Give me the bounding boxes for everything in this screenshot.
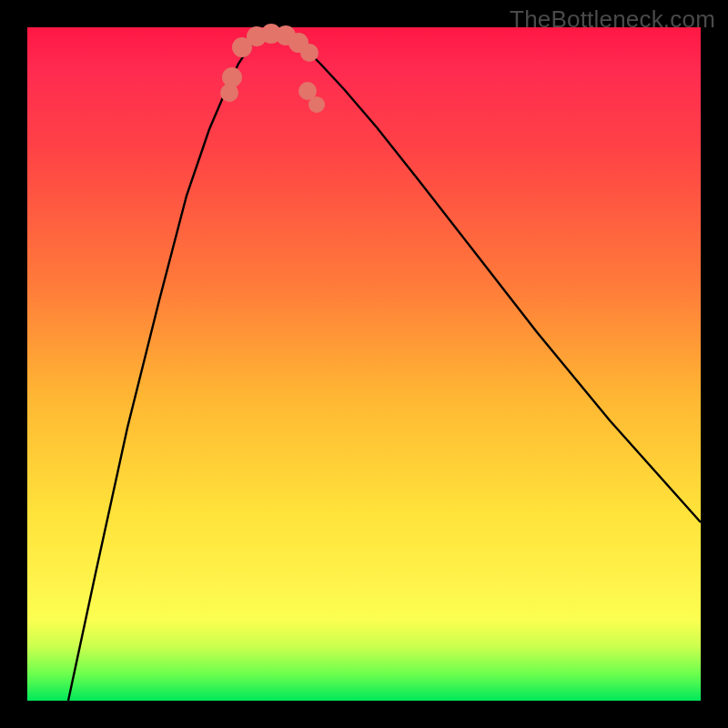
curve-svg xyxy=(27,27,701,701)
gradient-plot-area xyxy=(27,27,701,701)
valley-marker xyxy=(300,44,318,62)
valley-marker xyxy=(222,67,242,87)
valley-markers xyxy=(220,24,325,113)
right-curve xyxy=(291,38,701,522)
left-curve xyxy=(68,38,258,701)
chart-frame: TheBottleneck.com xyxy=(0,0,728,728)
valley-marker xyxy=(308,96,325,113)
